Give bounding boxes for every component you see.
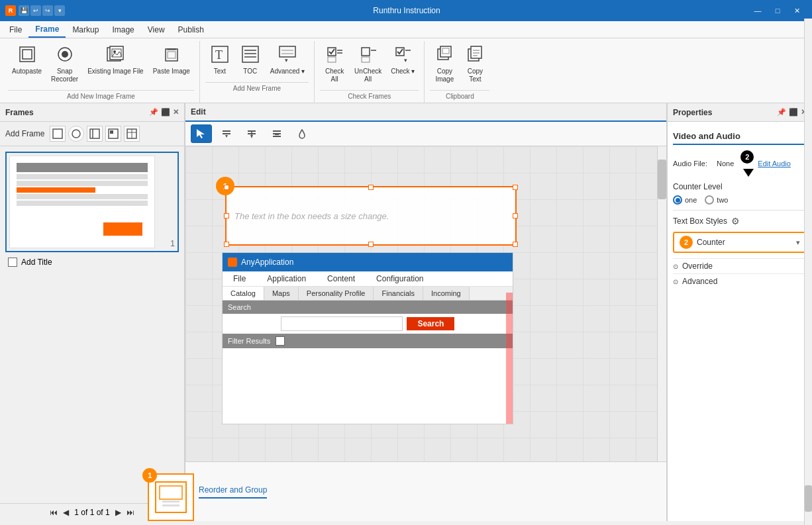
add-frame-table-button[interactable] bbox=[124, 126, 140, 142]
mini-row-2 bbox=[17, 181, 148, 186]
props-scrollbar[interactable] bbox=[804, 19, 812, 525]
override-row[interactable]: ⊙ Override bbox=[673, 258, 807, 273]
radio-two-option[interactable]: two bbox=[705, 195, 728, 205]
ss-search-button[interactable]: Search bbox=[407, 317, 454, 330]
advanced-button[interactable]: ▾ Advanced ▾ bbox=[266, 41, 309, 78]
frame-thumbnail-1[interactable]: 1 bbox=[5, 152, 179, 252]
menu-frame[interactable]: Frame bbox=[28, 21, 66, 38]
text-align-button-1[interactable] bbox=[216, 124, 237, 143]
ss-menu-application[interactable]: Application bbox=[256, 271, 317, 286]
edit-audio-link[interactable]: Edit Audio bbox=[758, 160, 791, 167]
minimize-button[interactable]: — bbox=[748, 3, 767, 18]
add-frame-square-button[interactable] bbox=[50, 126, 66, 142]
existing-image-button[interactable]: Existing Image File bbox=[83, 41, 147, 78]
menu-view[interactable]: View bbox=[141, 21, 172, 38]
text-box-frame[interactable]: 1 The text in the box needs a size chang… bbox=[225, 186, 517, 246]
textbox-styles-label: Text Box Styles bbox=[673, 216, 727, 226]
props-scrollthumb[interactable] bbox=[805, 485, 812, 512]
resize-handle-tl[interactable] bbox=[224, 185, 229, 190]
uncheck-all-button[interactable]: UnCheckAll bbox=[350, 41, 385, 86]
resize-handle-bl[interactable] bbox=[224, 242, 229, 247]
frames-content: 1 Add Title bbox=[0, 146, 184, 503]
nav-first-button[interactable]: ⏮ bbox=[50, 508, 58, 517]
props-expand-icon[interactable]: ⬛ bbox=[789, 108, 798, 117]
nav-prev-button[interactable]: ◀ bbox=[63, 508, 69, 517]
snap-recorder-button[interactable]: SnapRecorder bbox=[47, 41, 82, 86]
text-align-button-3[interactable] bbox=[266, 124, 287, 143]
textbox-styles-gear[interactable]: ⚙ bbox=[731, 216, 740, 226]
add-title-checkbox[interactable] bbox=[8, 258, 17, 267]
ss-search-input[interactable] bbox=[281, 316, 403, 331]
menu-markup[interactable]: Markup bbox=[66, 21, 105, 38]
resize-handle-tr[interactable] bbox=[513, 185, 518, 190]
props-header-controls: 📌 ⬛ ✕ bbox=[777, 108, 807, 117]
svg-marker-54 bbox=[250, 135, 253, 138]
resize-handle-bm[interactable] bbox=[368, 242, 374, 247]
resize-handle-br[interactable] bbox=[513, 242, 518, 247]
restore-button[interactable]: □ bbox=[768, 3, 787, 18]
resize-handle-tm[interactable] bbox=[368, 185, 374, 190]
resize-handle-lm[interactable] bbox=[224, 213, 229, 218]
advanced-props-row[interactable]: ⊙ Advanced bbox=[673, 273, 807, 289]
text-button[interactable]: T Text bbox=[205, 41, 234, 78]
edit-panel: Edit 1 bbox=[185, 103, 666, 521]
nav-page-info: 1 of 1 of 1 1 of 1 bbox=[74, 508, 109, 517]
ribbon-groups: Autopaste SnapRecorder Existing Image Fi… bbox=[0, 41, 812, 103]
copy-image-button[interactable]: CopyImage bbox=[430, 41, 459, 86]
frame-thumb-content bbox=[10, 156, 154, 248]
check-all-button[interactable]: CheckAll bbox=[320, 41, 349, 86]
props-pin-icon[interactable]: 📌 bbox=[777, 108, 786, 117]
qat-more[interactable]: ▾ bbox=[54, 5, 65, 16]
frames-expand-icon[interactable]: ⬛ bbox=[161, 108, 170, 117]
quick-access-toolbar: 💾 ↩ ↪ ▾ bbox=[19, 5, 65, 16]
ss-tab-incoming[interactable]: Incoming bbox=[423, 287, 470, 300]
menu-image[interactable]: Image bbox=[105, 21, 140, 38]
frames-add-label: Add Frame bbox=[5, 129, 44, 138]
counter-dropdown-label: Counter bbox=[697, 238, 796, 247]
qat-save[interactable]: 💾 bbox=[19, 5, 29, 16]
edit-panel-title: Edit bbox=[191, 107, 206, 117]
edit-scrollthumb[interactable] bbox=[658, 160, 666, 199]
counter-dropdown-badge: 2 bbox=[680, 236, 693, 249]
nav-last-button[interactable]: ⏭ bbox=[127, 508, 134, 517]
frames-header-controls: 📌 ⬛ ✕ bbox=[149, 108, 179, 117]
edit-scrollbar[interactable] bbox=[657, 146, 666, 461]
ss-tab-maps[interactable]: Maps bbox=[264, 287, 299, 300]
audio-file-label: Audio File: bbox=[673, 160, 713, 167]
radio-one-option[interactable]: one bbox=[673, 195, 697, 205]
ss-tab-personality[interactable]: Personality Profile bbox=[299, 287, 374, 300]
ss-filter-checkbox[interactable] bbox=[276, 336, 285, 346]
close-button[interactable]: ✕ bbox=[788, 3, 807, 18]
frames-pin-icon[interactable]: 📌 bbox=[149, 108, 158, 117]
svg-rect-50 bbox=[223, 133, 230, 134]
toc-button[interactable]: TOC bbox=[236, 41, 265, 78]
menu-publish[interactable]: Publish bbox=[172, 21, 211, 38]
add-frame-multi-button[interactable] bbox=[105, 126, 121, 142]
add-frame-sidebar-button[interactable] bbox=[87, 126, 103, 142]
ss-menu-configuration[interactable]: Configuration bbox=[366, 271, 434, 286]
menu-file[interactable]: File bbox=[3, 21, 28, 38]
paste-image-button[interactable]: Paste Image bbox=[149, 41, 194, 78]
cursor-tool-button[interactable] bbox=[191, 124, 212, 143]
check-button[interactable]: ▾ Check ▾ bbox=[387, 41, 419, 78]
ss-app-icon bbox=[228, 258, 237, 267]
window-controls: — □ ✕ bbox=[748, 3, 807, 18]
resize-handle-rm[interactable] bbox=[513, 213, 518, 218]
ss-tab-financials[interactable]: Financials bbox=[374, 287, 423, 300]
bottom-frame-thumb[interactable]: 1 bbox=[148, 473, 194, 521]
bottom-tab-reorder[interactable]: Reorder and Group bbox=[199, 485, 267, 499]
copy-text-button[interactable]: CopyText bbox=[460, 41, 489, 86]
ss-menu-content[interactable]: Content bbox=[317, 271, 366, 286]
ss-menu-file[interactable]: File bbox=[223, 271, 256, 286]
droplet-button[interactable] bbox=[291, 124, 313, 143]
autopaste-button[interactable]: Autopaste bbox=[8, 41, 46, 78]
ss-tab-catalog[interactable]: Catalog bbox=[223, 287, 264, 300]
qat-undo[interactable]: ↩ bbox=[30, 5, 41, 16]
badge-2-container: 2 bbox=[740, 150, 754, 177]
frames-close-icon[interactable]: ✕ bbox=[173, 108, 179, 117]
text-align-button-2[interactable] bbox=[241, 124, 262, 143]
counter-dropdown[interactable]: 2 Counter ▾ bbox=[673, 232, 807, 253]
qat-redo[interactable]: ↪ bbox=[42, 5, 53, 16]
add-frame-circle-button[interactable] bbox=[68, 126, 84, 142]
nav-next-button[interactable]: ▶ bbox=[115, 508, 121, 517]
